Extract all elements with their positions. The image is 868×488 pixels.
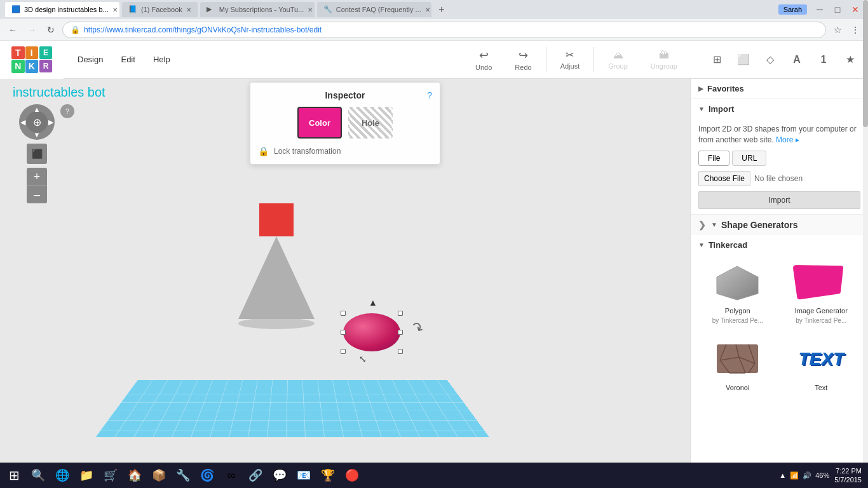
settings-button[interactable]: ⋮ (848, 22, 863, 37)
minimize-button[interactable]: ─ (812, 2, 827, 17)
start-button[interactable]: ⊞ (3, 464, 25, 487)
shape-item-polygon[interactable]: Polygon by Tinkercad Pe... (698, 256, 777, 328)
taskbar-thunderbird[interactable]: 📧 (292, 464, 315, 487)
network-icon: 📶 (790, 471, 799, 480)
handle-tr[interactable] (398, 311, 403, 316)
windows-logo-icon: ⊞ (9, 468, 20, 483)
thunderbird-icon: 📧 (297, 468, 311, 482)
shape-item-text[interactable]: TEXT Text (782, 333, 861, 398)
handle-bl[interactable] (341, 349, 346, 354)
cone-object[interactable] (238, 236, 315, 329)
taskbar-store[interactable]: 🛒 (99, 464, 122, 487)
import-more-link[interactable]: More ▸ (776, 135, 799, 144)
tinkercad-logo[interactable]: T I N K E R (0, 41, 64, 79)
sphere-body (343, 313, 400, 351)
import-tab-url[interactable]: URL (732, 151, 766, 166)
taskbar-search[interactable]: 🔍 (27, 464, 50, 487)
browser-profile[interactable]: Sarah (778, 4, 807, 15)
shape-item-image-gen[interactable]: Image Generator by Tinkercad Pe... (782, 256, 861, 328)
scrollbar-thumb[interactable] (863, 79, 868, 127)
tab-tinkercad[interactable]: 🟦 3D design instructables b... ✕ (5, 2, 119, 17)
import-header[interactable]: ▼ Import (691, 99, 868, 119)
favorites-header[interactable]: ▶ Favorites (691, 79, 868, 98)
taskbar-ie[interactable]: 🌐 (51, 464, 74, 487)
shape-item-voronoi[interactable]: Voronoi (698, 333, 777, 398)
refresh-button[interactable]: ↻ (43, 22, 58, 37)
help-button[interactable]: ? (60, 104, 74, 118)
tab-close-contest[interactable]: ✕ (425, 6, 430, 13)
tab-close-youtube[interactable]: ✕ (308, 6, 313, 13)
browser-actions: ☆ ⋮ (830, 22, 863, 37)
number-view-button[interactable]: 1 (812, 48, 835, 71)
grid-base (95, 380, 489, 437)
group-button[interactable]: ⛰ Group (599, 47, 637, 72)
tab-close-tinkercad[interactable]: ✕ (112, 6, 118, 13)
taskbar-app2[interactable]: 🔗 (244, 464, 267, 487)
zoom-in-button[interactable]: + (27, 168, 47, 186)
choose-file-button[interactable]: Choose File (698, 171, 750, 186)
taskbar-chrome[interactable]: 🌀 (196, 464, 219, 487)
close-button[interactable]: ✕ (848, 2, 863, 17)
back-button[interactable]: ← (5, 22, 20, 37)
handle-mr[interactable] (398, 330, 403, 335)
taskbar-lenovo[interactable]: 📦 (147, 464, 170, 487)
menu-edit[interactable]: Edit (113, 51, 142, 68)
tab-facebook[interactable]: 📘 (1) Facebook ✕ (122, 2, 198, 17)
text-view-button[interactable]: A (785, 48, 808, 71)
import-tab-file[interactable]: File (698, 151, 729, 166)
import-button[interactable]: Import (698, 191, 860, 209)
tinkercad-subsection-header[interactable]: ▼ Tinkercad (698, 240, 860, 250)
grid-view-button[interactable]: ⊞ (705, 48, 728, 71)
prism-view-button[interactable]: ◇ (759, 48, 782, 71)
menu-help[interactable]: Help (146, 51, 178, 68)
address-bar[interactable]: 🔒 https://www.tinkercad.com/things/gONVk… (62, 22, 826, 38)
adjust-button[interactable]: ✂ Adjust (552, 46, 589, 72)
maximize-button[interactable]: □ (830, 2, 845, 17)
bookmark-button[interactable]: ☆ (830, 22, 845, 37)
cone-body (238, 236, 315, 319)
taskbar-arduino[interactable]: ∞ (220, 464, 243, 487)
tinkercad-subsection: ▼ Tinkercad (691, 235, 868, 403)
forward-button[interactable]: → (24, 22, 39, 37)
cube-view-button[interactable]: ⬜ (732, 48, 755, 71)
handle-br[interactable] (398, 349, 403, 354)
taskbar-unity[interactable]: 🏆 (316, 464, 339, 487)
inspector-lock[interactable]: 🔒 Lock transformation (258, 146, 432, 156)
taskbar-skype[interactable]: 💬 (268, 464, 291, 487)
handle-tl[interactable] (341, 311, 346, 316)
shape-grid: Polygon by Tinkercad Pe... Image Generat… (698, 256, 860, 398)
new-tab-button[interactable]: + (434, 2, 449, 17)
tab-close-facebook[interactable]: ✕ (186, 6, 191, 13)
color-swatch[interactable]: Color (297, 107, 342, 139)
red-box (259, 203, 294, 236)
compass-arrows: ▲ ▼ ◀ ▶ (19, 104, 55, 140)
view-reset-button[interactable]: ⬛ (27, 144, 47, 164)
taskbar-app1[interactable]: 🔧 (172, 464, 194, 487)
tab-contest[interactable]: 🔧 Contest FAQ (Frequently ... ✕ (317, 2, 431, 17)
undo-icon: ↩ (479, 48, 489, 62)
tab-youtube[interactable]: ▶ My Subscriptions - YouTu... ✕ (200, 2, 315, 17)
menu-design[interactable]: Design (70, 51, 111, 68)
taskbar-home[interactable]: 🏠 (123, 464, 146, 487)
inspector-help-button[interactable]: ? (427, 90, 432, 100)
canvas-area[interactable]: instructables bot ? ▲ ▼ ◀ ▶ ⊕ ⬛ + – (0, 79, 690, 488)
scale-arrows: ⤡ (359, 354, 367, 364)
youtube-favicon: ▶ (207, 5, 215, 14)
time-display[interactable]: 7:22 PM 5/7/2015 (834, 466, 862, 485)
taskbar-app3[interactable]: 🔴 (341, 464, 363, 487)
import-section: ▼ Import Import 2D or 3D shapes from you… (691, 99, 868, 215)
ungroup-button[interactable]: 🏔 Ungroup (642, 47, 686, 72)
redo-button[interactable]: ↪ Redo (506, 46, 540, 74)
taskbar-explorer[interactable]: 📁 (75, 464, 98, 487)
sphere-object[interactable]: ▲ ↷ ⤡ (343, 313, 400, 351)
compass-control[interactable]: ▲ ▼ ◀ ▶ ⊕ (19, 104, 55, 140)
tray-arrow[interactable]: ▲ (779, 471, 786, 479)
shape-generators-header[interactable]: ❯ ▼ Shape Generators (691, 215, 868, 235)
star-button[interactable]: ★ (839, 48, 862, 71)
volume-icon[interactable]: 🔊 (803, 471, 811, 480)
handle-ml[interactable] (341, 330, 346, 335)
voronoi-svg (714, 341, 761, 376)
zoom-out-button[interactable]: – (27, 186, 47, 203)
undo-button[interactable]: ↩ Undo (466, 46, 501, 74)
hole-swatch[interactable]: Hole (348, 107, 393, 139)
